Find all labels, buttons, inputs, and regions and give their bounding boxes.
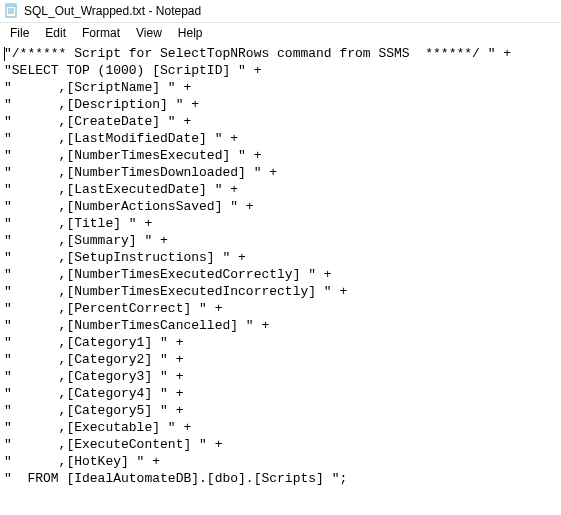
editor-line: " ,[Title] " + xyxy=(4,215,557,232)
menu-edit[interactable]: Edit xyxy=(37,25,74,41)
menu-view[interactable]: View xyxy=(128,25,170,41)
editor-line: " FROM [IdealAutomateDB].[dbo].[Scripts]… xyxy=(4,470,557,487)
svg-rect-1 xyxy=(6,4,16,7)
notepad-icon xyxy=(4,3,20,19)
editor-line: " ,[LastModifiedDate] " + xyxy=(4,130,557,147)
editor-line: " ,[Category2] " + xyxy=(4,351,557,368)
editor-line: " ,[NumberTimesExecutedCorrectly] " + xyxy=(4,266,557,283)
editor-line: "/****** Script for SelectTopNRows comma… xyxy=(4,45,557,62)
window-title: SQL_Out_Wrapped.txt - Notepad xyxy=(24,4,201,18)
editor-line: " ,[NumberActionsSaved] " + xyxy=(4,198,557,215)
menu-format[interactable]: Format xyxy=(74,25,128,41)
titlebar: SQL_Out_Wrapped.txt - Notepad xyxy=(0,0,561,23)
editor-line: " ,[Category4] " + xyxy=(4,385,557,402)
editor-line: " ,[Category3] " + xyxy=(4,368,557,385)
editor-line: " ,[NumberTimesDownloaded] " + xyxy=(4,164,557,181)
editor-line: " ,[ScriptName] " + xyxy=(4,79,557,96)
editor-line: " ,[Category1] " + xyxy=(4,334,557,351)
menubar: File Edit Format View Help xyxy=(0,23,561,43)
editor-line: " ,[PercentCorrect] " + xyxy=(4,300,557,317)
editor-line: " ,[Category5] " + xyxy=(4,402,557,419)
editor-line: " ,[HotKey] " + xyxy=(4,453,557,470)
text-caret xyxy=(4,47,5,61)
editor-line: " ,[CreateDate] " + xyxy=(4,113,557,130)
editor-line: " ,[Summary] " + xyxy=(4,232,557,249)
editor-line: " ,[Description] " + xyxy=(4,96,557,113)
editor-line: " ,[LastExecutedDate] " + xyxy=(4,181,557,198)
menu-file[interactable]: File xyxy=(2,25,37,41)
editor-line: " ,[NumberTimesExecutedIncorrectly] " + xyxy=(4,283,557,300)
editor-line: " ,[SetupInstructions] " + xyxy=(4,249,557,266)
editor-line: " ,[NumberTimesCancelled] " + xyxy=(4,317,557,334)
editor-line: " ,[ExecuteContent] " + xyxy=(4,436,557,453)
text-editor[interactable]: "/****** Script for SelectTopNRows comma… xyxy=(0,43,561,489)
editor-line: " ,[Executable] " + xyxy=(4,419,557,436)
editor-line: "SELECT TOP (1000) [ScriptID] " + xyxy=(4,62,557,79)
menu-help[interactable]: Help xyxy=(170,25,211,41)
editor-line: " ,[NumberTimesExecuted] " + xyxy=(4,147,557,164)
